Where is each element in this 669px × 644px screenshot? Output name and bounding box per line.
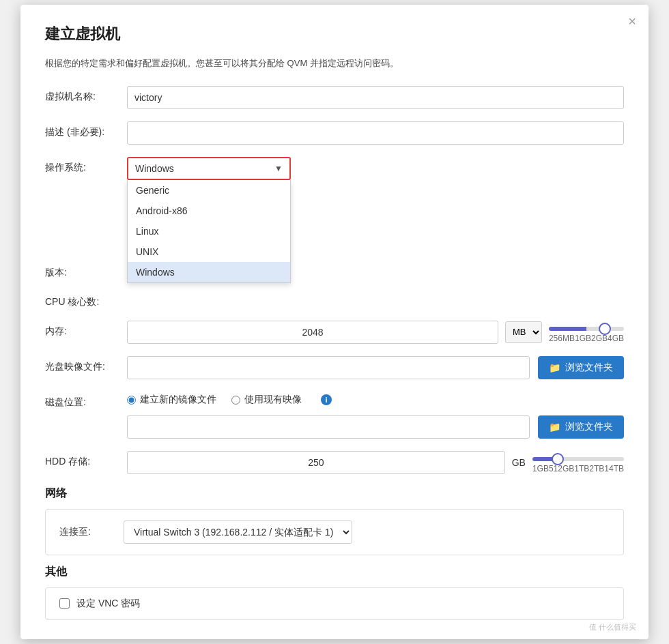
hdd-mark-1g: 1GB	[532, 464, 549, 473]
memory-slider-track[interactable]	[549, 327, 624, 331]
cpu-row: CPU 核心数:	[45, 291, 624, 308]
network-section-title: 网络	[45, 486, 624, 501]
vm-name-input[interactable]	[127, 86, 624, 109]
vnc-row: 设定 VNC 密码	[59, 598, 610, 610]
memory-value-input[interactable]	[127, 321, 498, 344]
iso-path-input[interactable]	[127, 356, 530, 379]
iso-row: 光盘映像文件: 📁 浏览文件夹	[45, 356, 624, 379]
hdd-value-input[interactable]	[127, 451, 505, 474]
memory-mark-2g: 2GB	[591, 334, 608, 343]
os-option-windows[interactable]: Windows	[128, 262, 290, 282]
memory-label: 内存:	[45, 321, 127, 338]
folder-icon-2: 📁	[549, 422, 560, 433]
hdd-slider-row: GB 1GB 512GB 1TB 2TB 14TB	[127, 451, 624, 474]
desc-label: 描述 (非必要):	[45, 121, 127, 138]
hdd-slider-thumb[interactable]	[552, 453, 564, 465]
os-option-android[interactable]: Android-x86	[128, 201, 290, 221]
os-selected-label: Windows	[135, 163, 174, 174]
memory-row: 内存: MB GB 256MB 1GB 2GB 4GB	[45, 321, 624, 344]
network-box: 连接至: Virtual Switch 3 (192.168.2.112 / 实…	[45, 509, 624, 555]
browse-disk-label: 浏览文件夹	[565, 421, 613, 433]
hdd-slider-labels: 1GB 512GB 1TB 2TB 14TB	[532, 464, 624, 473]
hdd-mark-14t: 14TB	[604, 464, 624, 473]
memory-slider-thumb[interactable]	[599, 323, 611, 335]
desc-row: 描述 (非必要):	[45, 121, 624, 145]
version-label: 版本:	[45, 262, 127, 279]
iso-control: 📁 浏览文件夹	[127, 356, 624, 379]
disk-path-input[interactable]	[127, 415, 530, 439]
hdd-slider-wrap: 1GB 512GB 1TB 2TB 14TB	[532, 452, 624, 473]
other-box: 设定 VNC 密码	[45, 587, 624, 620]
disk-info-icon[interactable]: i	[321, 394, 332, 405]
vm-name-control	[127, 86, 624, 109]
cpu-label: CPU 核心数:	[45, 291, 127, 308]
os-option-linux[interactable]: Linux	[128, 221, 290, 241]
hdd-mark-512g: 512GB	[549, 464, 574, 473]
radio-existing-text: 使用现有映像	[244, 394, 302, 406]
hdd-row: HDD 存储: GB 1GB 512GB 1TB 2TB 14TB	[45, 451, 624, 474]
hdd-label: HDD 存储:	[45, 451, 127, 468]
radio-new-label[interactable]: 建立新的镜像文件	[127, 394, 216, 406]
memory-slider-row: MB GB 256MB 1GB 2GB 4GB	[127, 321, 624, 344]
memory-unit-select[interactable]: MB GB	[505, 321, 542, 343]
hdd-unit-label: GB	[512, 457, 526, 468]
other-section-title: 其他	[45, 565, 624, 579]
os-control: Windows ▼ Generic Android-x86 Linux UNIX…	[127, 157, 624, 180]
iso-label: 光盘映像文件:	[45, 356, 127, 373]
browse-iso-button[interactable]: 📁 浏览文件夹	[538, 356, 624, 379]
network-switch-select[interactable]: Virtual Switch 3 (192.168.2.112 / 实体适配卡 …	[124, 521, 352, 544]
memory-mark-1g: 1GB	[575, 334, 591, 343]
memory-slider-wrap: 256MB 1GB 2GB 4GB	[549, 321, 624, 343]
memory-control: MB GB 256MB 1GB 2GB 4GB	[127, 321, 624, 344]
radio-new-text: 建立新的镜像文件	[140, 394, 216, 406]
close-button[interactable]: ×	[628, 14, 636, 28]
connect-label: 连接至:	[59, 526, 114, 538]
os-row: 操作系统: Windows ▼ Generic Android-x86 Linu…	[45, 157, 624, 180]
create-vm-dialog: × 建立虚拟机 根据您的特定需求和偏好配置虚拟机。您甚至可以将其分配给 QVM …	[20, 5, 649, 639]
radio-existing-label[interactable]: 使用现有映像	[231, 394, 302, 406]
browse-iso-label: 浏览文件夹	[565, 362, 613, 374]
os-dropdown-arrow: ▼	[274, 164, 283, 173]
network-row: 连接至: Virtual Switch 3 (192.168.2.112 / 实…	[59, 521, 610, 544]
vm-name-row: 虚拟机名称:	[45, 86, 624, 109]
os-dropdown-container: Windows ▼ Generic Android-x86 Linux UNIX…	[127, 157, 291, 180]
hdd-control: GB 1GB 512GB 1TB 2TB 14TB	[127, 451, 624, 474]
folder-icon: 📁	[549, 362, 560, 373]
memory-mark-256: 256MB	[549, 334, 575, 343]
vnc-label: 设定 VNC 密码	[76, 598, 140, 610]
hdd-mark-1t: 1TB	[574, 464, 589, 473]
os-label: 操作系统:	[45, 157, 127, 174]
vm-name-label: 虚拟机名称:	[45, 86, 127, 103]
desc-control	[127, 121, 624, 145]
watermark: 值 什么值得买	[589, 622, 636, 632]
os-select-box[interactable]: Windows ▼	[127, 157, 291, 180]
hdd-slider-track[interactable]	[532, 457, 624, 461]
radio-new-input[interactable]	[127, 396, 136, 405]
os-option-unix[interactable]: UNIX	[128, 241, 290, 262]
memory-mark-4g: 4GB	[608, 334, 624, 343]
vnc-checkbox[interactable]	[59, 598, 70, 609]
disk-label: 磁盘位置:	[45, 392, 127, 409]
desc-input[interactable]	[127, 121, 624, 145]
os-dropdown-menu: Generic Android-x86 Linux UNIX Windows	[127, 180, 291, 283]
memory-slider-labels: 256MB 1GB 2GB 4GB	[549, 334, 624, 343]
os-option-generic[interactable]: Generic	[128, 180, 290, 201]
dialog-title: 建立虚拟机	[45, 24, 624, 44]
browse-disk-button[interactable]: 📁 浏览文件夹	[538, 415, 624, 439]
disk-radio-group: 建立新的镜像文件 使用现有映像 i	[127, 394, 332, 406]
radio-existing-input[interactable]	[231, 396, 240, 405]
hdd-mark-2t: 2TB	[589, 464, 604, 473]
disk-location-row: 磁盘位置: 建立新的镜像文件 使用现有映像 i 📁 浏览文件夹	[45, 392, 624, 439]
dialog-description: 根据您的特定需求和偏好配置虚拟机。您甚至可以将其分配给 QVM 并指定远程访问密…	[45, 57, 624, 71]
